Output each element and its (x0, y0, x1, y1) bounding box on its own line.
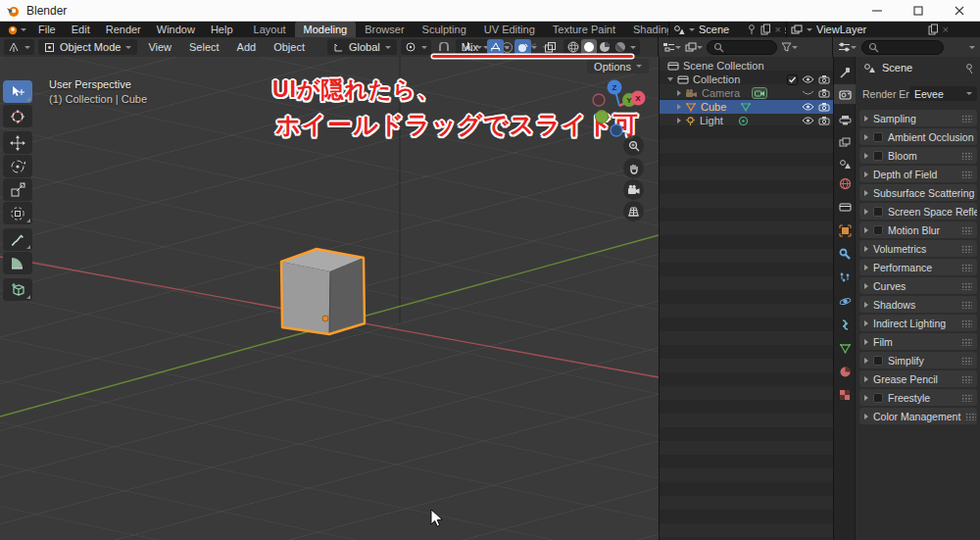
viewlayer-selector[interactable]: ViewLayer × (786, 22, 980, 37)
checkbox-unchecked[interactable] (873, 225, 883, 235)
checkbox-unchecked[interactable] (873, 393, 883, 403)
tab-object-properties[interactable] (834, 221, 856, 240)
checkbox-unchecked[interactable] (873, 207, 883, 217)
properties-editor-dropdown[interactable] (838, 41, 857, 53)
show-gizmo-dropdown[interactable] (460, 39, 482, 55)
outliner-filter-id-dropdown[interactable] (685, 42, 703, 53)
eye-open-icon[interactable] (802, 74, 814, 84)
disclosure-expanded-icon[interactable] (667, 77, 673, 81)
tab-modifier-properties[interactable] (834, 244, 856, 264)
properties-panel[interactable]: Scene Render En... Eevee Sampling Ambien… (833, 57, 980, 540)
outliner-row-light[interactable]: Light (660, 114, 834, 127)
menu-edit[interactable]: Edit (64, 22, 98, 37)
tab-particle-properties[interactable] (834, 268, 856, 287)
menu-object[interactable]: Object (267, 41, 312, 53)
zoom-button[interactable] (623, 135, 644, 156)
outliner-row-collection[interactable]: Collection (660, 73, 834, 86)
checkbox-unchecked[interactable] (873, 356, 883, 366)
section-volumetrics[interactable]: Volumetrics (859, 240, 977, 257)
tab-viewlayer-properties[interactable] (834, 132, 856, 152)
new-viewlayer-icon[interactable] (928, 24, 939, 35)
section-indirect-lighting[interactable]: Indirect Lighting (859, 315, 977, 331)
render-visibility-icon[interactable] (818, 88, 830, 98)
outliner-panel[interactable]: Scene Collection Collection Camera (659, 57, 833, 540)
section-bloom[interactable]: Bloom (859, 147, 977, 164)
pin-icon[interactable] (747, 24, 757, 35)
render-visibility-icon[interactable] (818, 74, 830, 84)
editor-type-button[interactable] (4, 39, 34, 55)
camera-view-button[interactable] (623, 179, 644, 200)
outliner-search-input[interactable] (707, 40, 777, 55)
tab-tool-properties[interactable] (834, 63, 856, 82)
transform-tool[interactable] (3, 202, 32, 224)
section-screen-space-reflections[interactable]: Screen Space Reflections (859, 203, 977, 220)
tab-world-properties[interactable] (834, 173, 856, 193)
remove-viewlayer-icon[interactable]: × (943, 24, 949, 35)
viewport-3d[interactable]: User Perspective (1) Collection | Cube U… (0, 57, 659, 540)
section-film[interactable]: Film (859, 333, 977, 350)
menu-file[interactable]: File (30, 22, 64, 37)
section-freestyle[interactable]: Freestyle (859, 389, 977, 406)
tab-data-properties[interactable] (834, 338, 856, 358)
toggle-xray-button[interactable] (542, 39, 559, 55)
menu-help[interactable]: Help (203, 22, 241, 37)
checkbox-unchecked[interactable] (873, 151, 883, 161)
menu-window[interactable]: Window (149, 22, 203, 37)
tab-scene-properties[interactable] (834, 154, 856, 173)
disclosure-collapsed-icon[interactable] (677, 104, 681, 110)
minimize-button[interactable] (857, 0, 898, 21)
move-tool[interactable] (3, 131, 32, 154)
maximize-button[interactable] (898, 0, 939, 21)
mesh-data-icon[interactable] (740, 102, 752, 112)
menu-select[interactable]: Select (182, 41, 226, 53)
tab-render-properties[interactable] (834, 84, 856, 104)
select-box-tool[interactable] (3, 80, 32, 103)
orientation-dropdown[interactable]: Global (327, 39, 397, 55)
tab-uv-editing[interactable]: UV Editing (475, 22, 544, 37)
shading-wireframe-button[interactable] (565, 39, 581, 55)
blender-menu-button[interactable] (0, 22, 30, 37)
tab-texture-paint[interactable]: Texture Paint (544, 22, 624, 37)
properties-search-input[interactable] (861, 40, 944, 55)
snap-magnet-toggle[interactable] (435, 39, 452, 55)
section-shadows[interactable]: Shadows (859, 296, 977, 313)
menu-add[interactable]: Add (230, 41, 264, 53)
pin-icon[interactable] (964, 63, 974, 74)
tab-modeling[interactable]: Modeling (295, 22, 357, 37)
section-ambient-occlusion[interactable]: Ambient Occlusion (859, 128, 977, 145)
pivot-dropdown[interactable] (401, 39, 431, 55)
shading-material-button[interactable] (597, 39, 612, 55)
section-curves[interactable]: Curves (859, 277, 977, 294)
chevron-down-icon[interactable] (969, 46, 975, 49)
render-engine-dropdown[interactable]: Eevee (909, 86, 977, 101)
options-dropdown[interactable]: Options (587, 59, 649, 74)
outliner-row-scene-collection[interactable]: Scene Collection (660, 59, 834, 73)
tab-output-properties[interactable] (834, 110, 856, 129)
section-performance[interactable]: Performance (859, 259, 977, 275)
tab-texture-properties[interactable] (834, 385, 856, 405)
eye-closed-icon[interactable] (802, 89, 814, 97)
scale-tool[interactable] (3, 178, 32, 201)
unlink-scene-icon[interactable]: × (775, 24, 781, 35)
pan-button[interactable] (623, 158, 644, 178)
disclosure-collapsed-icon[interactable] (677, 90, 681, 96)
show-overlays-dropdown[interactable] (487, 39, 510, 55)
rotate-tool[interactable] (3, 155, 32, 177)
new-scene-icon[interactable] (760, 24, 771, 35)
cursor-tool[interactable] (3, 105, 32, 127)
add-cube-tool[interactable] (3, 278, 32, 301)
tab-constraint-properties[interactable] (834, 315, 856, 334)
outliner-filter-dropdown[interactable] (781, 42, 798, 52)
eye-open-icon[interactable] (802, 102, 814, 112)
render-visibility-icon[interactable] (818, 102, 830, 112)
section-color-management[interactable]: Color Management (859, 408, 977, 424)
render-visibility-icon[interactable] (818, 116, 830, 125)
checkbox-unchecked[interactable] (873, 132, 883, 142)
section-simplify[interactable]: Simplify (859, 352, 977, 368)
measure-tool[interactable] (3, 252, 32, 274)
tab-material-properties[interactable] (834, 362, 856, 381)
section-depth-of-field[interactable]: Depth of Field (859, 166, 977, 182)
navigation-gizmo[interactable]: Z Y X (584, 78, 651, 141)
section-motion-blur[interactable]: Motion Blur (859, 221, 977, 238)
eye-open-icon[interactable] (802, 116, 814, 125)
